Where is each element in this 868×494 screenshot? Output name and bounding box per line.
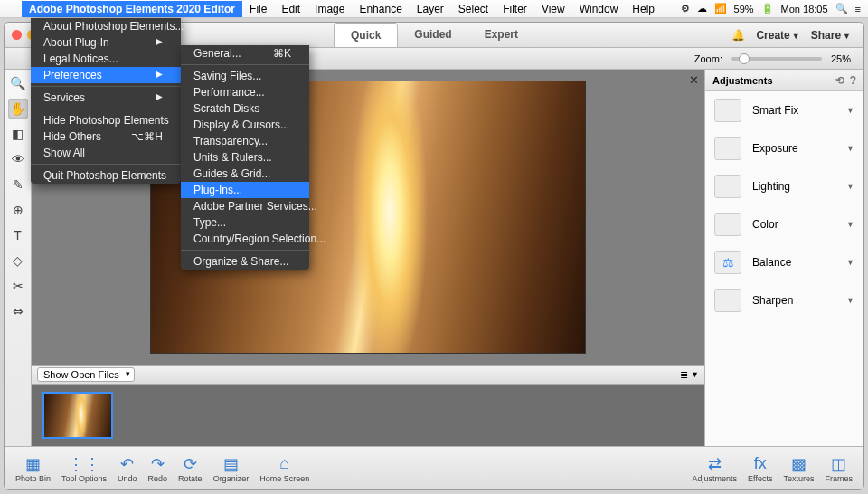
bottom-button[interactable]: ▦Photo Bin: [10, 452, 56, 485]
close-document-icon[interactable]: ✕: [689, 73, 699, 87]
spotlight-icon[interactable]: 🔍: [835, 3, 848, 14]
menu-item[interactable]: Country/Region Selection...: [181, 231, 309, 247]
tool-button[interactable]: 👁: [8, 149, 28, 169]
zoom-thumb[interactable]: [739, 53, 750, 64]
menu-layer[interactable]: Layer: [410, 1, 451, 17]
bottom-label: Tool Options: [61, 474, 107, 483]
bottom-button[interactable]: ◫Frames: [819, 452, 858, 485]
filmstrip: [32, 385, 704, 446]
tool-button[interactable]: ◧: [8, 124, 28, 144]
tool-button[interactable]: ⊕: [8, 200, 28, 220]
menu-item[interactable]: Legal Notices...: [31, 51, 181, 67]
bottom-button[interactable]: ↶Undo: [112, 452, 143, 485]
adjustment-item[interactable]: Exposure▼: [705, 129, 863, 167]
tool-button[interactable]: ✂: [8, 276, 28, 296]
bottom-button[interactable]: ↷Redo: [143, 452, 174, 485]
menu-item[interactable]: Adobe Partner Services...: [181, 198, 309, 214]
menu-extra-icon[interactable]: ≡: [855, 4, 861, 14]
app-menu-title[interactable]: Adobe Photoshop Elements 2020 Editor: [22, 1, 242, 17]
adjustment-item[interactable]: Color▼: [705, 205, 863, 243]
menu-item[interactable]: Units & Rulers...: [181, 149, 309, 166]
tab-quick[interactable]: Quick: [334, 23, 398, 47]
menu-item[interactable]: General...⌘K: [181, 45, 309, 62]
menu-item[interactable]: Scratch Disks: [181, 100, 309, 117]
bottom-icon: ⟳: [184, 454, 197, 474]
bottom-label: Textures: [783, 474, 814, 483]
adjustment-icon: [714, 289, 741, 312]
adjustment-label: Sharpen: [752, 294, 793, 307]
adjustment-item[interactable]: Smart Fix▼: [705, 91, 863, 129]
menu-item[interactable]: Type...: [181, 214, 309, 231]
menu-item[interactable]: Services▶: [31, 90, 181, 106]
tab-guided[interactable]: Guided: [398, 23, 467, 47]
menu-item[interactable]: Quit Photoshop Elements⌘Q: [31, 167, 181, 184]
bottom-label: Effects: [748, 474, 772, 483]
menu-item[interactable]: Show All: [31, 145, 181, 161]
share-button[interactable]: Share▼: [811, 29, 851, 42]
menu-filter[interactable]: Filter: [495, 1, 534, 17]
menu-file[interactable]: File: [242, 1, 274, 17]
menu-item[interactable]: Guides & Grid...: [181, 166, 309, 182]
menu-edit[interactable]: Edit: [274, 1, 307, 17]
adjustment-label: Exposure: [752, 142, 798, 155]
menu-enhance[interactable]: Enhance: [352, 1, 409, 17]
adjustment-icon: [714, 99, 741, 122]
bottom-button[interactable]: ⋮⋮Tool Options: [56, 452, 112, 485]
tool-button[interactable]: 🔍: [8, 73, 28, 93]
bell-icon[interactable]: 🔔: [731, 29, 745, 42]
bottom-bar: ▦Photo Bin⋮⋮Tool Options↶Undo↷Redo⟳Rotat…: [5, 446, 863, 489]
bottom-button[interactable]: ⟳Rotate: [173, 452, 208, 485]
menu-window[interactable]: Window: [572, 1, 626, 17]
battery-label: 59%: [734, 4, 754, 14]
bottom-button[interactable]: ▩Textures: [778, 452, 819, 485]
bottom-icon: ▦: [25, 454, 41, 474]
zoom-label: Zoom:: [694, 53, 722, 64]
adjustment-item[interactable]: Lighting▼: [705, 167, 863, 205]
mac-status-area: ⚙ ☁ 📶 59% 🔋 Mon 18:05 🔍 ≡: [681, 3, 868, 14]
filmstrip-toolbar: Show Open Files ≣ ▼: [32, 365, 704, 385]
menu-item[interactable]: Performance...: [181, 84, 309, 100]
bottom-button[interactable]: ▤Organizer: [208, 452, 255, 485]
zoom-slider[interactable]: [731, 57, 822, 61]
close-icon[interactable]: [12, 30, 22, 40]
menu-image[interactable]: Image: [307, 1, 352, 17]
menu-item[interactable]: Organize & Share...: [181, 253, 309, 270]
list-view-icon[interactable]: ≣: [680, 369, 688, 381]
menu-item[interactable]: Hide Others⌥⌘H: [31, 128, 181, 145]
adjustment-item[interactable]: ⚖Balance▼: [705, 243, 863, 281]
thumbnail[interactable]: [42, 392, 113, 439]
help-icon[interactable]: ?: [850, 74, 856, 87]
tab-expert[interactable]: Expert: [468, 23, 534, 47]
battery-icon: 🔋: [761, 3, 774, 14]
menu-help[interactable]: Help: [625, 1, 662, 17]
clock-label: Mon 18:05: [781, 4, 828, 14]
menu-view[interactable]: View: [534, 1, 572, 17]
menu-item[interactable]: Hide Photoshop Elements⌃⌘H: [31, 112, 181, 128]
tool-button[interactable]: ◇: [8, 251, 28, 271]
menu-item[interactable]: Transparency...: [181, 133, 309, 149]
tool-button[interactable]: ✋: [8, 99, 28, 119]
menu-item[interactable]: Plug-Ins...: [181, 182, 309, 198]
bottom-label: Adjustments: [693, 474, 738, 483]
menu-item[interactable]: Preferences▶: [31, 67, 181, 83]
adjustment-icon: ⚖: [714, 251, 741, 274]
bottom-icon: ◫: [831, 454, 846, 474]
menu-item[interactable]: Display & Cursors...: [181, 117, 309, 133]
menu-select[interactable]: Select: [451, 1, 495, 17]
bottom-button[interactable]: fxEffects: [742, 452, 778, 485]
tool-button[interactable]: T: [8, 225, 28, 245]
bottom-button[interactable]: ⌂Home Screen: [254, 452, 315, 485]
menu-item[interactable]: About Photoshop Elements...: [31, 18, 181, 34]
chevron-down-icon: ▼: [846, 258, 854, 267]
chevron-down-icon[interactable]: ▼: [691, 370, 699, 379]
reset-icon[interactable]: ⟲: [835, 74, 844, 87]
menu-item[interactable]: About Plug-In▶: [31, 34, 181, 51]
tool-button[interactable]: ✎: [8, 175, 28, 195]
create-button[interactable]: Create▼: [756, 29, 799, 42]
filmstrip-dropdown[interactable]: Show Open Files: [37, 367, 135, 382]
adjustment-item[interactable]: Sharpen▼: [705, 281, 863, 319]
bottom-label: Redo: [148, 474, 168, 483]
menu-item[interactable]: Saving Files...: [181, 68, 309, 84]
tool-button[interactable]: ⇔: [8, 301, 28, 321]
bottom-button[interactable]: ⇄Adjustments: [687, 452, 743, 485]
